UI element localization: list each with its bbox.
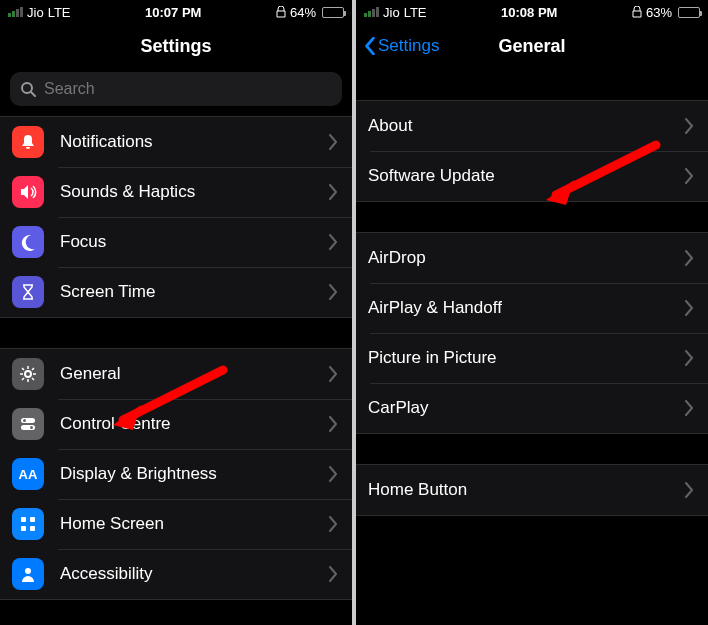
chevron-left-icon [364,37,376,55]
status-bar: Jio LTE 10:08 PM 63% [356,0,708,24]
row-label: Control Centre [56,414,328,434]
row-label: Sounds & Haptics [56,182,328,202]
chevron-right-icon [328,516,338,532]
chevron-right-icon [328,366,338,382]
settings-group: AirDropAirPlay & HandoffPicture in Pictu… [356,232,708,434]
moon-icon [12,226,44,258]
back-label: Settings [378,36,439,56]
nav-header: Settings [0,24,352,68]
row-label: AirDrop [368,248,684,268]
row-homescreen[interactable]: Home Screen [0,499,352,549]
signal-icon [8,7,23,17]
chevron-right-icon [684,250,694,266]
back-button[interactable]: Settings [364,36,439,56]
row-label: Software Update [368,166,684,186]
nav-header: Settings General [356,24,708,68]
battery-pct: 64% [290,5,316,20]
row-pip[interactable]: Picture in Picture [356,333,708,383]
row-general[interactable]: General [0,349,352,399]
status-bar: Jio LTE 10:07 PM 64% [0,0,352,24]
row-label: Home Screen [56,514,328,534]
page-title: General [498,36,565,57]
chevron-right-icon [328,466,338,482]
row-screentime[interactable]: Screen Time [0,267,352,317]
row-label: About [368,116,684,136]
row-label: Display & Brightness [56,464,328,484]
row-airdrop[interactable]: AirDrop [356,233,708,283]
settings-group: AboutSoftware Update [356,100,708,202]
speaker-icon [12,176,44,208]
group-spacer [356,434,708,464]
network-label: LTE [404,5,427,20]
row-swupdate[interactable]: Software Update [356,151,708,201]
network-label: LTE [48,5,71,20]
row-sounds[interactable]: Sounds & Haptics [0,167,352,217]
row-airplay[interactable]: AirPlay & Handoff [356,283,708,333]
aa-icon [12,458,44,490]
battery-icon [678,7,700,18]
row-label: Picture in Picture [368,348,684,368]
row-focus[interactable]: Focus [0,217,352,267]
settings-group: GeneralControl CentreDisplay & Brightnes… [0,348,352,600]
chevron-right-icon [684,350,694,366]
settings-group: NotificationsSounds & HapticsFocusScreen… [0,116,352,318]
carrier-label: Jio [383,5,400,20]
settings-group: Home Button [356,464,708,516]
search-input[interactable] [44,80,332,98]
chevron-right-icon [684,118,694,134]
orientation-lock-icon [632,6,642,18]
row-label: Focus [56,232,328,252]
row-label: Home Button [368,480,684,500]
chevron-right-icon [328,234,338,250]
group-spacer [356,202,708,232]
page-title: Settings [140,36,211,57]
row-label: Notifications [56,132,328,152]
hourglass-icon [12,276,44,308]
row-controlcentre[interactable]: Control Centre [0,399,352,449]
row-label: Screen Time [56,282,328,302]
row-label: Accessibility [56,564,328,584]
row-carplay[interactable]: CarPlay [356,383,708,433]
chevron-right-icon [328,184,338,200]
switches-icon [12,408,44,440]
carrier-label: Jio [27,5,44,20]
chevron-right-icon [684,400,694,416]
orientation-lock-icon [276,6,286,18]
chevron-right-icon [328,284,338,300]
row-display[interactable]: Display & Brightness [0,449,352,499]
time-label: 10:08 PM [501,5,557,20]
row-notifications[interactable]: Notifications [0,117,352,167]
chevron-right-icon [684,168,694,184]
battery-pct: 63% [646,5,672,20]
row-label: AirPlay & Handoff [368,298,684,318]
person-icon [12,558,44,590]
row-accessibility[interactable]: Accessibility [0,549,352,599]
chevron-right-icon [684,300,694,316]
battery-icon [322,7,344,18]
search-icon [20,81,36,97]
time-label: 10:07 PM [145,5,201,20]
signal-icon [364,7,379,17]
group-spacer [0,318,352,348]
grid-icon [12,508,44,540]
row-about[interactable]: About [356,101,708,151]
row-homebutton[interactable]: Home Button [356,465,708,515]
chevron-right-icon [328,566,338,582]
gear-icon [12,358,44,390]
bell-icon [12,126,44,158]
row-label: CarPlay [368,398,684,418]
search-field[interactable] [10,72,342,106]
chevron-right-icon [328,134,338,150]
chevron-right-icon [684,482,694,498]
screen-settings: Jio LTE 10:07 PM 64% Settings Notificati… [0,0,352,625]
screen-general: Jio LTE 10:08 PM 63% Settings General Ab… [356,0,708,625]
row-label: General [56,364,328,384]
chevron-right-icon [328,416,338,432]
